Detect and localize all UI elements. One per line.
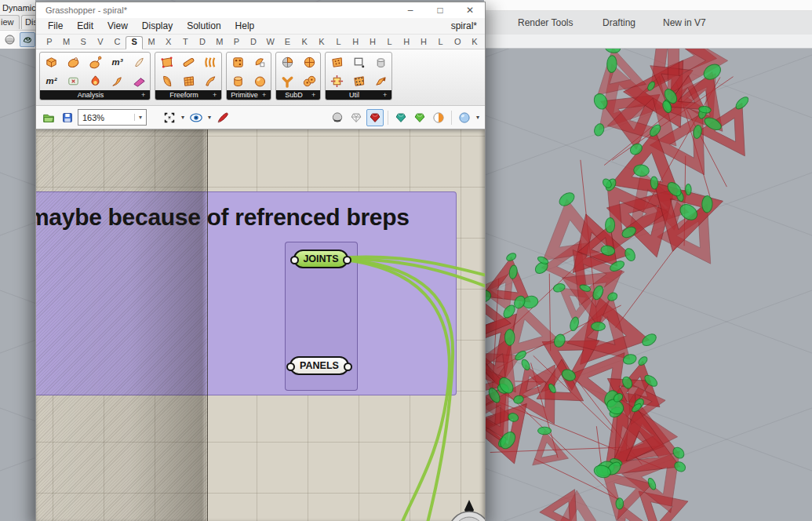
ribbon-tab-13[interactable]: W [262,37,279,49]
point-in-shape-button[interactable] [84,53,106,71]
fragment-patch-button[interactable] [199,71,221,90]
brep-shape-button[interactable] [128,53,150,71]
ribbon-tab-6[interactable]: M [143,37,160,49]
subd-from-mesh-button[interactable] [276,53,298,71]
grasshopper-canvas[interactable]: maybe because of refrenced breps JOINTS … [36,129,485,521]
group-expand-button[interactable]: + [383,91,391,99]
flip-surface-button[interactable] [370,71,391,90]
menu-help[interactable]: Help [228,19,262,33]
plane-surface-button[interactable] [249,53,271,71]
cylinder-button[interactable] [227,71,249,90]
shaded-gem-button[interactable] [366,109,384,126]
rhino-tab-drafting[interactable]: Drafting [603,17,635,28]
domain-box-button[interactable] [227,53,249,71]
ribbon-tab-11[interactable]: P [228,37,246,49]
ribbon-tab-19[interactable]: H [364,37,381,49]
no-preview-gem-button[interactable] [329,109,346,126]
explode-button[interactable] [84,71,106,90]
rhino-panel-tab[interactable]: iew [0,15,20,29]
ribbon-tab-20[interactable]: L [381,37,399,49]
maximize-button[interactable]: □ [425,2,455,18]
volume-m3-button[interactable]: m³ [106,53,128,71]
ribbon-tab-7[interactable]: X [160,37,177,49]
sweep-2rails-button[interactable] [199,53,221,71]
document-preview-sphere-button[interactable] [456,109,473,126]
cap-holes-button[interactable] [370,53,391,71]
brep-box-button[interactable] [40,53,62,71]
joints-component[interactable]: JOINTS [293,250,348,268]
ribbon-tab-2[interactable]: S [75,37,92,49]
subd-fuse-button[interactable] [298,71,320,90]
ribbon-tab-5[interactable]: S [126,36,143,49]
ribbon-tab-17[interactable]: L [330,37,348,49]
menu-edit[interactable]: Edit [70,19,100,33]
group-expand-button[interactable]: + [262,91,271,99]
menu-solution[interactable]: Solution [180,19,228,33]
panels-component[interactable]: PANELS [289,356,349,375]
evaluate-horn-button[interactable] [106,71,128,90]
area-m2-button[interactable]: m² [40,71,62,90]
dropdown-caret-icon[interactable]: ▾ [206,114,213,121]
ribbon-tab-23[interactable]: L [432,37,450,49]
wireframe-gem-button[interactable] [348,109,365,126]
ribbon-tab-21[interactable]: H [398,37,415,49]
close-button[interactable]: ✕ [455,2,485,18]
mesh-preview-gem-button[interactable] [411,109,428,126]
rhino-menu-text[interactable]: Dynamic Ex [0,0,35,15]
split-sphere-preview-button[interactable] [430,109,447,126]
custom-preview-gem-button[interactable] [392,109,410,126]
dropdown-caret-icon[interactable]: ▾ [180,114,186,121]
ribbon-tab-22[interactable]: H [415,37,432,49]
output-grip[interactable] [344,363,352,371]
ribbon-tab-18[interactable]: H [347,37,364,49]
ribbon-tab-9[interactable]: D [194,37,211,49]
ribbon-tab-25[interactable]: K [466,37,483,49]
preview-eye-button[interactable] [188,109,205,126]
ribbon-tab-15[interactable]: K [296,37,313,49]
network-surface-button[interactable] [177,71,199,90]
divide-surface-button[interactable] [348,71,370,90]
render-sphere-icon[interactable] [2,32,17,47]
ribbon-tab-14[interactable]: E [279,37,297,49]
menu-view[interactable]: View [100,19,135,33]
quad-sphere-button[interactable] [298,53,320,71]
rhino-tab-render-tools[interactable]: Render Tools [518,17,573,28]
edge-surface-button[interactable] [155,71,177,90]
surface-morph-button[interactable] [326,53,348,71]
ribbon-tab-3[interactable]: V [92,37,109,49]
dropdown-caret-icon[interactable]: ▾ [475,114,481,121]
save-file-button[interactable] [59,109,76,126]
minimize-button[interactable]: – [395,2,425,18]
pipe-button[interactable] [177,53,199,71]
wire-2[interactable] [350,260,453,521]
open-file-button[interactable] [40,109,57,126]
rhino-tab-new-in-v7[interactable]: New in V7 [663,17,706,28]
closest-point-button[interactable] [62,53,84,71]
menu-file[interactable]: File [41,19,70,33]
brep-edges-button[interactable] [62,71,84,90]
input-grip[interactable] [286,363,295,371]
collapse-box-button[interactable] [326,71,348,90]
surface-4pt-button[interactable] [155,53,177,71]
grasshopper-title-bar[interactable]: Grasshopper - spiral* – □ ✕ [36,2,485,18]
sphere-button[interactable] [249,71,271,90]
ribbon-tab-0[interactable]: P [41,37,58,49]
ribbon-tab-16[interactable]: K [313,37,330,49]
canvas-compass-widget[interactable] [440,498,485,521]
sketch-pen-button[interactable] [214,109,231,126]
osculating-frames-button[interactable] [128,71,150,90]
output-grip[interactable] [343,256,351,264]
input-grip[interactable] [290,256,299,264]
zoom-dropdown-caret-icon[interactable]: ▾ [134,114,146,121]
group-expand-button[interactable]: + [213,91,221,99]
ribbon-tab-8[interactable]: T [177,37,195,49]
ribbon-tab-12[interactable]: D [245,37,262,49]
trim-region-button[interactable] [348,53,370,71]
ribbon-tab-4[interactable]: C [109,37,126,49]
wire-3[interactable] [350,260,450,521]
rhino-panel-tab[interactable]: Disp [21,15,35,29]
ribbon-tab-10[interactable]: M [211,37,228,49]
group-expand-button[interactable]: + [141,91,150,99]
ribbon-tab-1[interactable]: M [58,37,75,49]
menu-display[interactable]: Display [135,19,180,33]
